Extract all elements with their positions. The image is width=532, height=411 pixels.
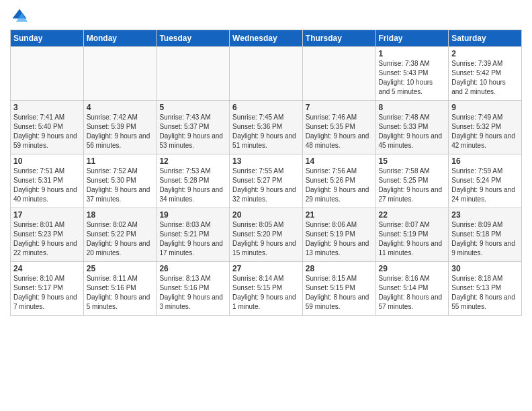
- day-info: Sunrise: 7:42 AM Sunset: 5:39 PM Dayligh…: [87, 113, 154, 150]
- calendar-day-cell: [302, 47, 375, 101]
- calendar-day-cell: 22Sunrise: 8:07 AM Sunset: 5:19 PM Dayli…: [375, 208, 449, 262]
- day-number: 15: [379, 156, 446, 166]
- day-info: Sunrise: 8:03 AM Sunset: 5:21 PM Dayligh…: [159, 220, 226, 258]
- calendar-week-row: 1Sunrise: 7:38 AM Sunset: 5:43 PM Daylig…: [11, 47, 522, 101]
- calendar-day-cell: 5Sunrise: 7:43 AM Sunset: 5:37 PM Daylig…: [157, 101, 230, 154]
- day-number: 21: [306, 210, 373, 220]
- day-number: 8: [379, 103, 446, 112]
- day-info: Sunrise: 8:14 AM Sunset: 5:15 PM Dayligh…: [232, 274, 300, 312]
- header-row: [10, 7, 522, 26]
- day-info: Sunrise: 7:51 AM Sunset: 5:31 PM Dayligh…: [13, 167, 81, 204]
- day-number: 7: [306, 103, 373, 112]
- logo-icon: [10, 7, 29, 26]
- day-number: 28: [306, 264, 373, 273]
- day-number: 3: [13, 103, 81, 112]
- calendar-day-cell: 16Sunrise: 7:59 AM Sunset: 5:24 PM Dayli…: [449, 154, 522, 208]
- calendar-day-cell: 26Sunrise: 8:13 AM Sunset: 5:16 PM Dayli…: [157, 262, 230, 316]
- calendar-day-cell: 27Sunrise: 8:14 AM Sunset: 5:15 PM Dayli…: [230, 262, 303, 316]
- day-number: 23: [451, 210, 519, 220]
- day-info: Sunrise: 8:05 AM Sunset: 5:20 PM Dayligh…: [232, 220, 300, 258]
- day-number: 11: [87, 156, 154, 166]
- calendar-day-cell: [157, 47, 230, 101]
- calendar-day-cell: 29Sunrise: 8:16 AM Sunset: 5:14 PM Dayli…: [375, 262, 449, 316]
- day-info: Sunrise: 7:43 AM Sunset: 5:37 PM Dayligh…: [159, 113, 226, 150]
- day-number: 25: [87, 264, 154, 273]
- day-number: 10: [13, 156, 81, 166]
- calendar-day-cell: 13Sunrise: 7:55 AM Sunset: 5:27 PM Dayli…: [230, 154, 303, 208]
- day-number: 20: [232, 210, 300, 220]
- day-number: 13: [232, 156, 300, 166]
- day-info: Sunrise: 7:58 AM Sunset: 5:25 PM Dayligh…: [379, 167, 446, 204]
- calendar-day-cell: 30Sunrise: 8:18 AM Sunset: 5:13 PM Dayli…: [449, 262, 522, 316]
- calendar-day-cell: 2Sunrise: 7:39 AM Sunset: 5:42 PM Daylig…: [449, 47, 522, 101]
- calendar-day-cell: 11Sunrise: 7:52 AM Sunset: 5:30 PM Dayli…: [83, 154, 157, 208]
- calendar-day-cell: 7Sunrise: 7:46 AM Sunset: 5:35 PM Daylig…: [302, 101, 375, 154]
- day-info: Sunrise: 8:01 AM Sunset: 5:23 PM Dayligh…: [13, 220, 81, 258]
- weekday-header: Saturday: [449, 30, 522, 47]
- day-info: Sunrise: 8:16 AM Sunset: 5:14 PM Dayligh…: [379, 274, 446, 312]
- calendar-day-cell: 24Sunrise: 8:10 AM Sunset: 5:17 PM Dayli…: [11, 262, 84, 316]
- day-number: 1: [379, 49, 446, 58]
- calendar-day-cell: 19Sunrise: 8:03 AM Sunset: 5:21 PM Dayli…: [157, 208, 230, 262]
- calendar-day-cell: 28Sunrise: 8:15 AM Sunset: 5:15 PM Dayli…: [302, 262, 375, 316]
- day-number: 9: [451, 103, 519, 112]
- calendar-day-cell: 25Sunrise: 8:11 AM Sunset: 5:16 PM Dayli…: [83, 262, 157, 316]
- calendar-day-cell: 6Sunrise: 7:45 AM Sunset: 5:36 PM Daylig…: [230, 101, 303, 154]
- day-number: 4: [87, 103, 154, 112]
- day-number: 5: [159, 103, 226, 112]
- day-info: Sunrise: 7:45 AM Sunset: 5:36 PM Dayligh…: [232, 113, 300, 150]
- weekday-header: Tuesday: [157, 30, 230, 47]
- weekday-header: Friday: [375, 30, 449, 47]
- calendar-day-cell: 18Sunrise: 8:02 AM Sunset: 5:22 PM Dayli…: [83, 208, 157, 262]
- calendar-day-cell: 15Sunrise: 7:58 AM Sunset: 5:25 PM Dayli…: [375, 154, 449, 208]
- calendar-day-cell: 4Sunrise: 7:42 AM Sunset: 5:39 PM Daylig…: [83, 101, 157, 154]
- calendar-day-cell: 10Sunrise: 7:51 AM Sunset: 5:31 PM Dayli…: [11, 154, 84, 208]
- day-number: 27: [232, 264, 300, 273]
- calendar-day-cell: 20Sunrise: 8:05 AM Sunset: 5:20 PM Dayli…: [230, 208, 303, 262]
- calendar-day-cell: 1Sunrise: 7:38 AM Sunset: 5:43 PM Daylig…: [375, 47, 449, 101]
- day-number: 12: [159, 156, 226, 166]
- weekday-header: Sunday: [11, 30, 84, 47]
- day-info: Sunrise: 8:06 AM Sunset: 5:19 PM Dayligh…: [306, 220, 373, 258]
- day-info: Sunrise: 7:38 AM Sunset: 5:43 PM Dayligh…: [379, 59, 446, 97]
- day-info: Sunrise: 7:48 AM Sunset: 5:33 PM Dayligh…: [379, 113, 446, 150]
- day-info: Sunrise: 7:52 AM Sunset: 5:30 PM Dayligh…: [87, 167, 154, 204]
- page-container: SundayMondayTuesdayWednesdayThursdayFrid…: [0, 0, 532, 321]
- weekday-header-row: SundayMondayTuesdayWednesdayThursdayFrid…: [11, 30, 522, 47]
- calendar-day-cell: [230, 47, 303, 101]
- day-info: Sunrise: 7:53 AM Sunset: 5:28 PM Dayligh…: [159, 167, 226, 204]
- calendar-week-row: 10Sunrise: 7:51 AM Sunset: 5:31 PM Dayli…: [11, 154, 522, 208]
- day-info: Sunrise: 8:15 AM Sunset: 5:15 PM Dayligh…: [306, 274, 373, 312]
- day-info: Sunrise: 8:13 AM Sunset: 5:16 PM Dayligh…: [159, 274, 226, 312]
- day-number: 29: [379, 264, 446, 273]
- day-number: 2: [451, 49, 519, 58]
- day-info: Sunrise: 8:10 AM Sunset: 5:17 PM Dayligh…: [13, 274, 81, 312]
- day-info: Sunrise: 7:55 AM Sunset: 5:27 PM Dayligh…: [232, 167, 300, 204]
- calendar-week-row: 24Sunrise: 8:10 AM Sunset: 5:17 PM Dayli…: [11, 262, 522, 316]
- calendar-day-cell: [11, 47, 84, 101]
- calendar-table: SundayMondayTuesdayWednesdayThursdayFrid…: [10, 30, 522, 316]
- calendar-day-cell: 23Sunrise: 8:09 AM Sunset: 5:18 PM Dayli…: [449, 208, 522, 262]
- day-info: Sunrise: 8:07 AM Sunset: 5:19 PM Dayligh…: [379, 220, 446, 258]
- calendar-day-cell: 9Sunrise: 7:49 AM Sunset: 5:32 PM Daylig…: [449, 101, 522, 154]
- calendar-week-row: 3Sunrise: 7:41 AM Sunset: 5:40 PM Daylig…: [11, 101, 522, 154]
- calendar-day-cell: 17Sunrise: 8:01 AM Sunset: 5:23 PM Dayli…: [11, 208, 84, 262]
- day-info: Sunrise: 7:46 AM Sunset: 5:35 PM Dayligh…: [306, 113, 373, 150]
- day-info: Sunrise: 8:09 AM Sunset: 5:18 PM Dayligh…: [451, 220, 519, 258]
- calendar-day-cell: 8Sunrise: 7:48 AM Sunset: 5:33 PM Daylig…: [375, 101, 449, 154]
- calendar-day-cell: 14Sunrise: 7:56 AM Sunset: 5:26 PM Dayli…: [302, 154, 375, 208]
- day-info: Sunrise: 8:11 AM Sunset: 5:16 PM Dayligh…: [87, 274, 154, 312]
- day-number: 6: [232, 103, 300, 112]
- calendar-day-cell: 3Sunrise: 7:41 AM Sunset: 5:40 PM Daylig…: [11, 101, 84, 154]
- day-info: Sunrise: 7:49 AM Sunset: 5:32 PM Dayligh…: [451, 113, 519, 150]
- logo: [10, 7, 32, 26]
- day-info: Sunrise: 7:39 AM Sunset: 5:42 PM Dayligh…: [451, 59, 519, 97]
- day-info: Sunrise: 7:56 AM Sunset: 5:26 PM Dayligh…: [306, 167, 373, 204]
- calendar-week-row: 17Sunrise: 8:01 AM Sunset: 5:23 PM Dayli…: [11, 208, 522, 262]
- weekday-header: Monday: [83, 30, 157, 47]
- day-number: 19: [159, 210, 226, 220]
- calendar-day-cell: [83, 47, 157, 101]
- day-number: 30: [451, 264, 519, 273]
- calendar-day-cell: 21Sunrise: 8:06 AM Sunset: 5:19 PM Dayli…: [302, 208, 375, 262]
- day-number: 18: [87, 210, 154, 220]
